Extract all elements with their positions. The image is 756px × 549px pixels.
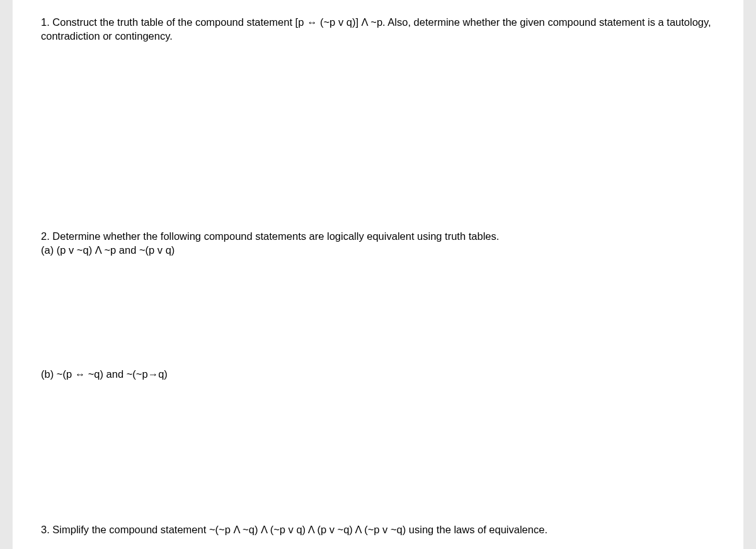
question-2b: (b) ~(p ↔ ~q) and ~(~p→q): [41, 367, 715, 381]
question-1-text: 1. Construct the truth table of the comp…: [41, 16, 711, 42]
question-2-intro: 2. Determine whether the following compo…: [41, 229, 715, 243]
question-2b-text: (b) ~(p ↔ ~q) and ~(~p→q): [41, 368, 168, 380]
question-1: 1. Construct the truth table of the comp…: [41, 15, 715, 43]
question-2: 2. Determine whether the following compo…: [41, 229, 715, 258]
question-3: 3. Simplify the compound statement ~(~p …: [41, 523, 715, 536]
document-page: 1. Construct the truth table of the comp…: [13, 0, 743, 549]
question-2a-text: (a) (p v ~q) Λ ~p and ~(p v q): [41, 243, 715, 257]
question-3-text: 3. Simplify the compound statement ~(~p …: [41, 524, 547, 535]
